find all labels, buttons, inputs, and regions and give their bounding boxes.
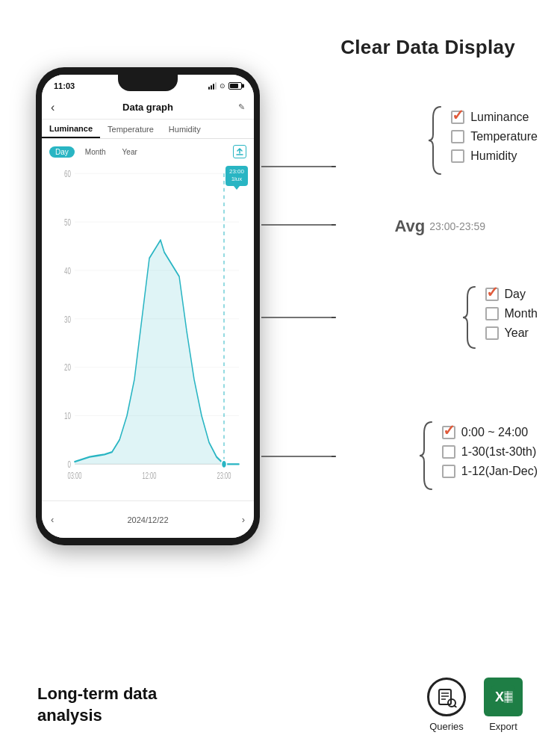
checkbox-luminance-box[interactable]: ✓ [451, 111, 464, 124]
data-tabs: Luminance Temperature Humidity [42, 120, 254, 139]
queries-svg-icon [436, 686, 457, 707]
export-chart-button[interactable] [233, 145, 246, 158]
signal-icon [208, 82, 217, 90]
checkbox-luminance-label: Luminance [470, 111, 529, 124]
export-label: Export [489, 721, 517, 732]
arrow-group3 [261, 456, 343, 457]
checkbox-time-month[interactable]: 1-30(1st-30th) [442, 445, 538, 459]
checkmark-time-day-icon: ✓ [443, 423, 455, 438]
checkbox-temperature-label: Temperature [470, 130, 538, 143]
checkbox-humidity-label: Humidity [470, 149, 517, 163]
nav-bar: ‹ Data graph ✎ [42, 96, 254, 120]
tab-humidity[interactable]: Humidity [161, 120, 208, 138]
svg-marker-24 [332, 317, 336, 318]
date-next-button[interactable]: › [242, 514, 245, 525]
group2-container: ✓ Day Month Year [461, 284, 538, 351]
checkbox-humidity-box[interactable] [451, 149, 464, 163]
svg-rect-27 [439, 689, 451, 704]
svg-text:20: 20 [64, 362, 71, 372]
checkbox-temperature[interactable]: Temperature [451, 130, 538, 143]
export-icon[interactable]: X [484, 678, 523, 716]
status-time: 11:03 [54, 81, 75, 90]
checkbox-year[interactable]: Year [485, 326, 538, 340]
svg-text:10: 10 [64, 410, 71, 421]
checkbox-luminance[interactable]: ✓ Luminance [451, 111, 538, 124]
checkbox-day-box[interactable]: ✓ [485, 288, 499, 301]
export-excel-icon: X [491, 685, 515, 709]
svg-text:X: X [495, 689, 504, 704]
checkbox-time-month-box[interactable] [442, 445, 455, 459]
bottom-icons: Queries X Export [427, 678, 523, 732]
svg-text:40: 40 [64, 265, 71, 276]
checkmark-luminance-icon: ✓ [452, 108, 464, 123]
checkmark-day-icon: ✓ [486, 285, 499, 300]
bottom-label: Long-term data analysis [37, 684, 217, 726]
checkbox-temperature-box[interactable] [451, 130, 464, 143]
checkbox-month-label: Month [505, 307, 538, 320]
date-prev-button[interactable]: ‹ [51, 514, 54, 525]
brace-group3-icon [418, 418, 435, 493]
svg-text:0: 0 [68, 459, 71, 469]
phone-frame: 11:03 ⊙ ‹ Data graph ✎ Luminanc [36, 67, 260, 545]
checkbox-day[interactable]: ✓ Day [485, 288, 538, 301]
nav-title: Data graph [122, 102, 173, 113]
svg-line-32 [455, 706, 457, 708]
chart-svg: 60 50 40 30 20 10 0 03:00 12:00 23:00 [60, 161, 246, 500]
svg-text:12:00: 12:00 [143, 471, 157, 480]
date-display: 2024/12/22 [127, 515, 168, 524]
period-day-button[interactable]: Day [49, 146, 75, 158]
tab-temperature[interactable]: Temperature [100, 120, 161, 138]
status-icons: ⊙ [208, 82, 242, 90]
checkbox-time-month-label: 1-30(1st-30th) [461, 445, 537, 459]
svg-text:03:00: 03:00 [68, 471, 82, 480]
arrow-avg [261, 224, 343, 226]
queries-icon[interactable] [427, 678, 466, 716]
brace-group1-icon [427, 103, 444, 178]
page-title: Clear Data Display [340, 36, 515, 59]
period-year-button[interactable]: Year [116, 146, 143, 158]
svg-marker-26 [332, 456, 336, 457]
checkbox-year-label: Year [505, 326, 529, 340]
queries-label: Queries [429, 721, 464, 732]
brace-group2-icon [461, 284, 478, 351]
battery-icon [228, 82, 242, 90]
checkbox-year-box[interactable] [485, 326, 499, 340]
svg-marker-20 [332, 166, 336, 167]
avg-label: Avg [395, 217, 426, 236]
checkbox-group3: ✓ 0:00 ~ 24:00 1-30(1st-30th) 1-12(Jan-D… [442, 426, 538, 478]
svg-marker-22 [332, 224, 336, 226]
phone-notch [118, 75, 178, 91]
checkbox-time-day-label: 0:00 ~ 24:00 [461, 426, 528, 439]
svg-point-15 [222, 460, 227, 468]
checkbox-humidity[interactable]: Humidity [451, 149, 538, 163]
bottom-section: Long-term data analysis Queries [0, 678, 560, 732]
period-month-button[interactable]: Month [79, 146, 112, 158]
wifi-icon: ⊙ [220, 82, 225, 90]
checkbox-time-day[interactable]: ✓ 0:00 ~ 24:00 [442, 426, 538, 439]
checkbox-group1: ✓ Luminance Temperature Humidity [451, 111, 538, 163]
tab-luminance[interactable]: Luminance [42, 120, 100, 138]
checkbox-group2: ✓ Day Month Year [485, 288, 538, 340]
group1-container: ✓ Luminance Temperature Humidity [427, 103, 538, 178]
svg-text:60: 60 [64, 168, 71, 179]
phone-screen: 11:03 ⊙ ‹ Data graph ✎ Luminanc [42, 75, 254, 538]
period-row: Day Month Year [42, 142, 254, 161]
checkbox-time-year-box[interactable] [442, 465, 455, 478]
queries-item[interactable]: Queries [427, 678, 466, 732]
avg-time: 23:00-23:59 [429, 220, 485, 232]
arrow-group1 [261, 166, 343, 167]
arrow-group2 [261, 317, 343, 318]
group3-container: ✓ 0:00 ~ 24:00 1-30(1st-30th) 1-12(Jan-D… [418, 418, 538, 493]
svg-text:23:00: 23:00 [217, 471, 231, 480]
svg-text:50: 50 [64, 217, 71, 227]
export-item[interactable]: X Export [484, 678, 523, 732]
date-bar: ‹ 2024/12/22 › [42, 500, 254, 538]
avg-section: Avg 23:00-23:59 [395, 217, 485, 236]
checkbox-time-day-box[interactable]: ✓ [442, 426, 455, 439]
checkbox-month[interactable]: Month [485, 307, 538, 320]
edit-icon[interactable]: ✎ [238, 102, 245, 112]
checkbox-month-box[interactable] [485, 307, 499, 320]
checkbox-day-label: Day [505, 288, 526, 301]
checkbox-time-year[interactable]: 1-12(Jan-Dec) [442, 465, 538, 478]
back-button[interactable]: ‹ [51, 101, 55, 114]
